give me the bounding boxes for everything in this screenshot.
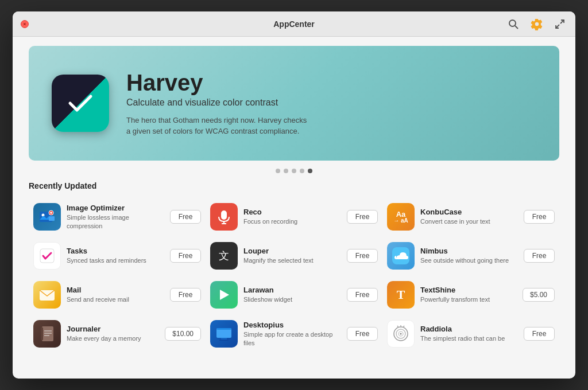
svg-point-0 — [509, 20, 516, 26]
search-icon — [508, 18, 519, 30]
carousel-dot-1[interactable] — [276, 169, 280, 173]
list-item: Reco Focus on recording Free — [206, 197, 382, 236]
hero-app-subtitle: Calculate and visualize color contrast — [126, 98, 310, 108]
list-item: Journaler Make every day a memory $10.00 — [29, 314, 206, 353]
app-name-nimbus: Nimbus — [420, 247, 518, 255]
carousel-dots — [29, 169, 559, 173]
hero-banner[interactable]: Harvey Calculate and visualize color con… — [29, 46, 559, 161]
desktopius-icon — [215, 326, 233, 342]
app-name-textshine: TextShine — [420, 286, 517, 294]
gear-icon — [531, 18, 543, 30]
titlebar-actions — [505, 15, 567, 33]
app-name-larawan: Larawan — [243, 286, 341, 294]
hero-app-name: Harvey — [126, 70, 310, 95]
app-desc-textshine: Powerfully transform text — [420, 295, 517, 303]
app-btn-journaler[interactable]: $10.00 — [165, 327, 201, 341]
app-btn-konbucase[interactable]: Free — [524, 210, 555, 224]
app-btn-louper[interactable]: Free — [347, 249, 378, 263]
list-item: Aa → aA KonbuCase Convert case in your t… — [382, 197, 559, 236]
app-btn-raddiola[interactable]: Free — [524, 327, 555, 341]
app-name-konbucase: KonbuCase — [420, 208, 518, 216]
app-info-desktopius: Desktopius Simple app for create a deskt… — [243, 321, 341, 347]
app-info-reco: Reco Focus on recording — [243, 208, 341, 225]
app-btn-textshine[interactable]: $5.00 — [523, 288, 555, 302]
louper-icon-char: 文 — [219, 249, 229, 263]
app-info-raddiola: Raddiola The simplest radio that can be — [420, 325, 518, 342]
textshine-icon-char: T — [397, 287, 405, 302]
fullscreen-button[interactable] — [552, 17, 567, 32]
app-btn-desktopius[interactable]: Free — [347, 327, 378, 341]
app-info-journaler: Journaler Make every day a memory — [67, 325, 159, 342]
app-icon-nimbus — [387, 242, 415, 270]
nimbus-icon — [392, 247, 409, 264]
list-item: Larawan Slideshow widget Free — [206, 275, 382, 314]
app-icon-konbucase: Aa → aA — [387, 203, 415, 231]
carousel-dot-5[interactable] — [308, 169, 312, 173]
carousel-dot-2[interactable] — [284, 169, 288, 173]
main-content: Harvey Calculate and visualize color con… — [13, 37, 575, 379]
app-icon-journaler — [33, 320, 61, 348]
app-icon-image-optimizer — [33, 203, 61, 231]
app-icon-mail — [33, 281, 61, 309]
app-desc-raddiola: The simplest radio that can be — [420, 334, 518, 342]
app-btn-larawan[interactable]: Free — [347, 288, 378, 302]
svg-rect-4 — [63, 86, 98, 120]
journaler-icon — [39, 325, 55, 342]
app-desc-image-optimizer: Simple lossless image compression — [67, 213, 164, 230]
hero-text-area: Harvey Calculate and visualize color con… — [126, 70, 310, 137]
list-item: T TextShine Powerfully transform text $5… — [382, 275, 559, 314]
app-name-mail: Mail — [67, 286, 164, 294]
svg-rect-19 — [41, 327, 43, 340]
close-button[interactable]: × — [21, 20, 29, 28]
app-name-tasks: Tasks — [67, 247, 164, 255]
app-btn-tasks[interactable]: Free — [170, 249, 201, 263]
app-icon-desktopius — [210, 320, 238, 348]
tasks-icon — [38, 247, 56, 264]
app-name-reco: Reco — [243, 208, 341, 216]
app-info-tasks: Tasks Synced tasks and reminders — [67, 247, 164, 264]
mail-icon — [38, 287, 56, 303]
app-desc-louper: Magnify the selected text — [243, 256, 341, 264]
app-desc-tasks: Synced tasks and reminders — [67, 256, 164, 264]
settings-button[interactable] — [528, 15, 546, 33]
app-btn-mail[interactable]: Free — [170, 288, 201, 302]
app-info-nimbus: Nimbus See outside without going there — [420, 247, 518, 264]
search-button[interactable] — [505, 16, 521, 32]
svg-rect-7 — [49, 216, 55, 221]
app-icon-louper: 文 — [210, 242, 238, 270]
app-name-louper: Louper — [243, 247, 341, 255]
svg-rect-18 — [42, 326, 53, 341]
svg-line-1 — [515, 26, 518, 29]
reco-icon — [216, 209, 232, 225]
carousel-dot-3[interactable] — [292, 169, 296, 173]
raddiola-icon — [392, 325, 409, 342]
konbucase-icon-text: Aa — [396, 210, 406, 218]
list-item: 文 Louper Magnify the selected text Free — [206, 236, 382, 275]
app-btn-reco[interactable]: Free — [347, 210, 378, 224]
svg-line-2 — [560, 20, 564, 24]
app-info-larawan: Larawan Slideshow widget — [243, 286, 341, 303]
svg-rect-26 — [219, 340, 229, 341]
app-btn-nimbus[interactable]: Free — [524, 249, 555, 263]
app-info-image-optimizer: Image Optimizer Simple lossless image co… — [67, 204, 164, 230]
app-name-journaler: Journaler — [67, 325, 159, 333]
hero-app-description: The hero that Gotham needs right now. Ha… — [126, 115, 310, 137]
app-info-louper: Louper Magnify the selected text — [243, 247, 341, 264]
svg-line-33 — [403, 326, 404, 327]
app-info-konbucase: KonbuCase Convert case in your text — [420, 208, 518, 225]
app-icon-reco — [210, 203, 238, 231]
app-name-raddiola: Raddiola — [420, 325, 518, 333]
harvey-checkmark-icon — [63, 86, 98, 120]
larawan-icon — [218, 288, 230, 301]
app-desc-journaler: Make every day a memory — [67, 334, 159, 342]
carousel-dot-4[interactable] — [300, 169, 304, 173]
list-item: Desktopius Simple app for create a deskt… — [206, 314, 382, 353]
list-item: Mail Send and receive mail Free — [29, 275, 206, 314]
app-icon-raddiola — [387, 320, 415, 348]
svg-marker-17 — [220, 290, 229, 300]
list-item: Nimbus See outside without going there F… — [382, 236, 559, 275]
window-title: AppCenter — [273, 20, 315, 29]
svg-rect-24 — [216, 328, 231, 330]
app-btn-image-optimizer[interactable]: Free — [170, 210, 201, 224]
app-desc-desktopius: Simple app for create a desktop files — [243, 330, 341, 347]
